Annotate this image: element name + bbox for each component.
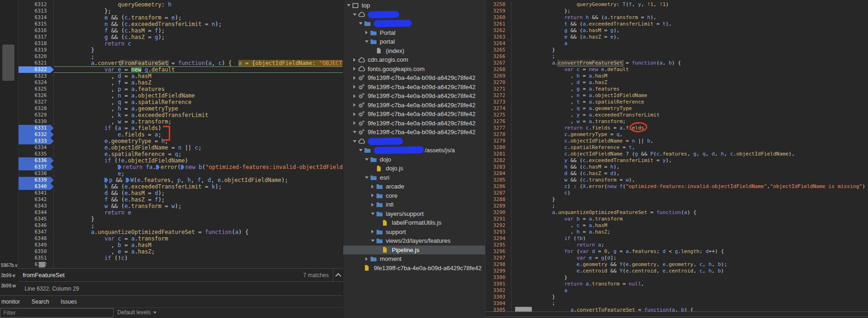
- code-text[interactable]: , t = a.spatialReference: [511, 99, 868, 105]
- chevron-down-icon[interactable]: [352, 131, 357, 133]
- code-text[interactable]: w && (e.transform = w);: [54, 203, 343, 209]
- code-text[interactable]: var c = new e.default: [511, 66, 868, 73]
- code-text[interactable]: if (!c): [54, 255, 343, 261]
- code-text[interactable]: return h && (a.transform = h),: [511, 14, 868, 21]
- code-text[interactable]: return fa.error(new b("optimized-feature…: [54, 164, 343, 170]
- navigator-row-9fe139ff-c7ba-4e0a-b09d-a6429c78fe42[interactable]: 9fe139ff-c7ba-4e0a-b09d-a6429c78fe42: [343, 264, 485, 273]
- line-number[interactable]: 6314: [19, 14, 54, 21]
- line-number[interactable]: 3284: [485, 170, 511, 177]
- code-text[interactable]: }: [511, 47, 868, 53]
- line-number[interactable]: 6339: [19, 177, 54, 183]
- code-text[interactable]: c.objectIdFieldName = n || b,: [511, 138, 868, 144]
- code-text[interactable]: , d = a.hasM: [54, 73, 343, 79]
- line-number[interactable]: 6318: [19, 40, 54, 47]
- code-text[interactable]: , q = a.geometryType: [511, 105, 868, 112]
- navigator-row[interactable]: [343, 137, 485, 146]
- navigator-row-dojo-js[interactable]: dojo.js: [343, 164, 485, 173]
- line-number[interactable]: 6350: [19, 248, 54, 255]
- line-number[interactable]: 6312: [19, 1, 54, 8]
- line-number[interactable]: 3302: [485, 287, 511, 294]
- navigator-row-dojo[interactable]: dojo: [343, 155, 485, 164]
- line-number[interactable]: 6337: [19, 164, 54, 170]
- code-text[interactable]: e.geometry && Y(e.geometry, e.geometry, …: [511, 261, 868, 268]
- line-number[interactable]: 3275: [485, 112, 511, 118]
- code-text[interactable]: queryGeometry: T(f, y, !1, !1): [511, 1, 868, 8]
- inline-breakpoint-icon[interactable]: [118, 165, 121, 169]
- navigator-row-9fe139ff-c7ba-4e0a-b09d-a6429c78fe42[interactable]: 9fe139ff-c7ba-4e0a-b09d-a6429c78fe42: [343, 119, 485, 128]
- line-number[interactable]: 3292: [485, 222, 511, 229]
- log-levels-dropdown[interactable]: Default levels: [117, 309, 157, 316]
- line-number[interactable]: 6344: [19, 209, 54, 216]
- inline-breakpoint-icon[interactable]: [104, 178, 108, 182]
- code-text[interactable]: var b = a.transform: [511, 216, 868, 222]
- line-number[interactable]: 6313: [19, 8, 54, 14]
- code-text[interactable]: c): [511, 190, 868, 196]
- navigator-row-labelformatutils-js[interactable]: labelFormatUtils.js: [343, 218, 485, 227]
- code-text[interactable]: }: [511, 274, 868, 281]
- chevron-right-icon[interactable]: [352, 121, 357, 125]
- navigator-row-layers-support[interactable]: layers/support: [343, 209, 485, 219]
- chevron-down-icon[interactable]: [364, 158, 369, 161]
- chevron-right-icon[interactable]: [370, 185, 375, 188]
- line-number[interactable]: 3274: [485, 105, 511, 112]
- code-text[interactable]: a.unquantizeOptimizedFeatureSet = functi…: [511, 209, 868, 216]
- line-number[interactable]: 6325: [19, 86, 54, 92]
- line-number[interactable]: 6331: [19, 125, 54, 131]
- code-text[interactable]: a: [511, 287, 868, 294]
- line-number[interactable]: 3277: [485, 125, 511, 131]
- code-text[interactable]: queryGeometry: h: [54, 1, 343, 8]
- line-number[interactable]: 3299: [485, 268, 511, 274]
- navigator-row-arcade[interactable]: arcade: [343, 182, 485, 191]
- line-number[interactable]: 3305: [485, 307, 511, 312]
- source-file-item[interactable]: 3b99-e: [1, 273, 18, 278]
- code-text[interactable]: ;: [511, 300, 868, 307]
- line-number[interactable]: 3288: [485, 196, 511, 203]
- code-text[interactable]: return a.transform = null,: [511, 281, 868, 287]
- code-text[interactable]: y && (c.exceededTransferLimit = y),: [511, 157, 868, 164]
- code-text[interactable]: for (var d = 0, g = a.features; d < g.le…: [511, 248, 868, 255]
- line-number[interactable]: 3304: [485, 300, 511, 307]
- line-number[interactable]: 6336: [19, 157, 54, 164]
- line-number[interactable]: 3297: [485, 255, 511, 261]
- chevron-down-icon[interactable]: [358, 22, 363, 25]
- line-number[interactable]: 6320: [19, 53, 54, 60]
- code-text[interactable]: e.centroid && Y(e.centroid, e.centroid, …: [511, 268, 868, 274]
- code-text[interactable]: c.spatialReference = t,: [511, 144, 868, 151]
- chevron-down-icon[interactable]: [364, 40, 369, 43]
- line-number[interactable]: 3266: [485, 53, 511, 60]
- code-text[interactable]: ;: [511, 53, 868, 60]
- chevron-down-icon[interactable]: [358, 149, 363, 151]
- line-number[interactable]: 6330: [19, 118, 54, 125]
- navigator-row-support[interactable]: support: [343, 227, 485, 237]
- code-text[interactable]: a.convertFromFeatureSet = function(a, c)…: [54, 60, 343, 66]
- line-number[interactable]: 6329: [19, 112, 54, 118]
- code-text[interactable]: , n = a.objectIdFieldName: [511, 92, 868, 99]
- code-text[interactable]: }: [511, 294, 868, 300]
- line-number[interactable]: 3271: [485, 86, 511, 92]
- code-text[interactable]: var e = new g.default: [54, 66, 343, 73]
- navigator-row[interactable]: [343, 19, 485, 28]
- line-number[interactable]: 6343: [19, 203, 54, 209]
- code-text[interactable]: e.objectIdFieldName = n || c;: [54, 144, 343, 151]
- navigator-row-top[interactable]: top: [343, 1, 485, 10]
- line-number[interactable]: 3286: [485, 183, 511, 190]
- line-number[interactable]: 3263: [485, 34, 511, 40]
- code-text[interactable]: a.unquantizeOptimizedFeatureSet = functi…: [54, 229, 343, 235]
- code-text[interactable]: a.convertFromFeatureSet = function(a, b)…: [511, 60, 868, 66]
- line-number[interactable]: 3273: [485, 99, 511, 105]
- code-text[interactable]: n && (c.exceededTransferLimit = n);: [54, 21, 343, 27]
- code-text[interactable]: c.geometryType = q,: [511, 131, 868, 138]
- line-number[interactable]: 6319: [19, 47, 54, 53]
- code-text[interactable]: };: [511, 8, 868, 14]
- line-number[interactable]: 3301: [485, 281, 511, 287]
- code-text[interactable]: , p = a.features: [54, 86, 343, 92]
- line-number[interactable]: 6349: [19, 242, 54, 248]
- inline-breakpoint-icon[interactable]: [181, 165, 185, 169]
- code-text[interactable]: d && (c.hasZ = d),: [511, 170, 868, 177]
- chevron-down-icon[interactable]: [370, 213, 375, 215]
- code-text[interactable]: , h = a.hasZ;: [511, 229, 868, 235]
- code-text[interactable]: , f = a.hasZ: [54, 79, 343, 86]
- line-number[interactable]: 3290: [485, 209, 511, 216]
- line-number[interactable]: 6322: [19, 66, 54, 73]
- code-text[interactable]: ;: [54, 222, 343, 229]
